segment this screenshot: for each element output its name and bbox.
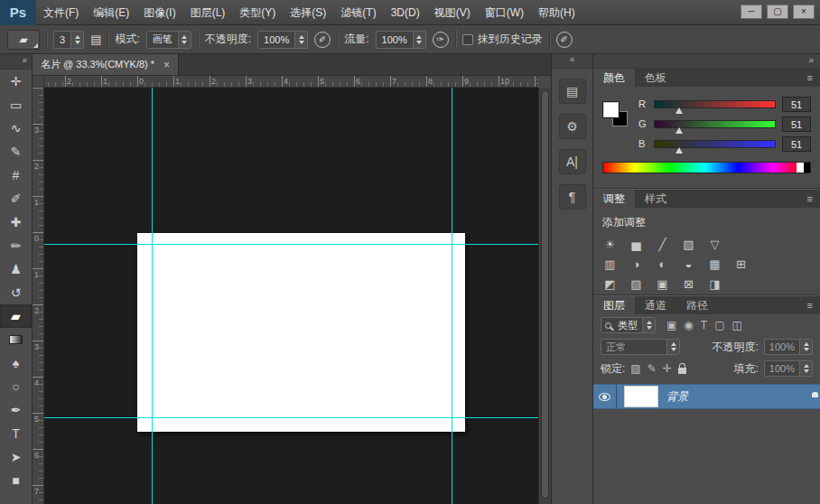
green-value-field[interactable]: 51 bbox=[782, 117, 811, 132]
eraser-tool[interactable]: ▰ bbox=[0, 304, 32, 328]
dropdown-arrows-icon[interactable] bbox=[642, 318, 655, 332]
erase-to-history-checkbox[interactable] bbox=[462, 34, 473, 45]
hue-saturation-icon[interactable]: ▥ bbox=[602, 257, 618, 271]
guide-horizontal-bottom[interactable] bbox=[44, 417, 538, 418]
layer-opacity-dropdown[interactable]: 100% bbox=[764, 339, 813, 355]
brush-tool[interactable]: ✏ bbox=[0, 234, 32, 257]
brightness-contrast-icon[interactable]: ☀ bbox=[602, 238, 618, 251]
lock-image-icon[interactable]: ✎ bbox=[648, 362, 657, 375]
guide-vertical-left[interactable] bbox=[152, 88, 153, 504]
menu-view[interactable]: 视图(V) bbox=[427, 0, 478, 25]
path-selection-tool[interactable]: ➤ bbox=[0, 445, 32, 469]
quick-selection-tool[interactable]: ✎ bbox=[0, 140, 32, 163]
filter-type-layers-icon[interactable]: T bbox=[701, 319, 707, 331]
flow-dropdown[interactable]: 100% bbox=[376, 31, 426, 49]
selective-color-icon[interactable]: ◨ bbox=[707, 277, 722, 291]
photo-filter-icon[interactable]: ◒ bbox=[681, 257, 696, 271]
character-panel-icon[interactable]: A| bbox=[559, 149, 586, 174]
menu-help[interactable]: 帮助(H) bbox=[531, 0, 582, 25]
crop-tool[interactable]: # bbox=[0, 163, 32, 187]
posterize-icon[interactable]: ▨ bbox=[629, 277, 644, 291]
rectangular-marquee-tool[interactable]: ▭ bbox=[0, 93, 32, 117]
slider-handle[interactable] bbox=[676, 127, 683, 134]
foreground-color-swatch[interactable] bbox=[602, 101, 620, 118]
tab-swatches[interactable]: 色板 bbox=[635, 69, 676, 87]
blue-value-field[interactable]: 51 bbox=[782, 136, 811, 152]
mode-dropdown[interactable]: 画笔 bbox=[146, 31, 191, 49]
blue-slider[interactable] bbox=[654, 140, 776, 148]
restore-button[interactable]: ▢ bbox=[767, 5, 788, 19]
dropdown-arrows-icon[interactable] bbox=[70, 32, 83, 48]
color-lookup-icon[interactable]: ⊞ bbox=[733, 257, 749, 271]
menu-file[interactable]: 文件(F) bbox=[36, 0, 86, 25]
tab-close-icon[interactable]: × bbox=[163, 59, 170, 71]
dropdown-arrows-icon[interactable] bbox=[178, 32, 191, 48]
foreground-background-swatches[interactable] bbox=[602, 101, 633, 132]
levels-icon[interactable]: ▅ bbox=[629, 238, 644, 251]
vibrance-icon[interactable]: ▽ bbox=[707, 238, 722, 251]
layer-visibility-toggle[interactable] bbox=[593, 385, 617, 408]
horizontal-ruler[interactable]: 2 1 0 1 2 3 4 5 6 7 8 9 10 11 bbox=[44, 76, 538, 88]
lock-position-icon[interactable]: ✛ bbox=[663, 362, 672, 375]
properties-panel-icon[interactable]: ▤ bbox=[559, 79, 586, 104]
menu-window[interactable]: 窗口(W) bbox=[478, 0, 531, 25]
blur-tool[interactable]: ♠ bbox=[0, 351, 32, 375]
red-value-field[interactable]: 51 bbox=[782, 97, 811, 112]
tab-layers[interactable]: 图层 bbox=[593, 296, 635, 314]
rectangle-tool[interactable]: ■ bbox=[0, 469, 32, 492]
filter-pixel-layers-icon[interactable]: ▣ bbox=[666, 319, 676, 331]
dropdown-arrows-icon[interactable] bbox=[799, 340, 812, 354]
tool-preset-picker[interactable]: ▰ bbox=[7, 30, 40, 50]
menu-edit[interactable]: 编辑(E) bbox=[86, 0, 136, 25]
color-spectrum-bar[interactable] bbox=[602, 162, 811, 173]
layer-thumbnail[interactable] bbox=[624, 386, 658, 407]
layer-filter-dropdown[interactable]: 类型 bbox=[601, 317, 656, 333]
dropdown-arrows-icon[interactable] bbox=[294, 32, 307, 48]
menu-image[interactable]: 图像(I) bbox=[136, 0, 182, 25]
menu-select[interactable]: 选择(S) bbox=[283, 0, 333, 25]
opacity-dropdown[interactable]: 100% bbox=[257, 31, 308, 49]
eyedropper-tool[interactable]: ✐ bbox=[0, 187, 32, 210]
threshold-icon[interactable]: ▣ bbox=[655, 277, 670, 291]
minimize-button[interactable]: ─ bbox=[741, 5, 762, 19]
tab-adjustments[interactable]: 调整 bbox=[593, 190, 635, 208]
pressure-size-icon[interactable]: ✐ bbox=[556, 32, 573, 48]
panels-collapse-icon[interactable]: » bbox=[593, 54, 820, 69]
brush-size-picker[interactable]: 3 bbox=[53, 31, 84, 49]
black-cap[interactable] bbox=[804, 163, 810, 173]
toolbar-collapse-icon[interactable]: » bbox=[0, 54, 32, 70]
white-cap[interactable] bbox=[797, 163, 804, 173]
gradient-map-icon[interactable]: ⊠ bbox=[681, 277, 696, 291]
lock-all-icon[interactable] bbox=[678, 368, 686, 374]
vertical-ruler[interactable]: 3 2 1 0 1 2 3 4 5 6 7 bbox=[33, 88, 44, 504]
layer-row-background[interactable]: 背景 bbox=[593, 384, 820, 409]
color-balance-icon[interactable]: ◑ bbox=[629, 257, 644, 271]
brush-panel-toggle-icon[interactable]: ▤ bbox=[90, 33, 101, 46]
dock-expand-icon[interactable]: « bbox=[552, 54, 592, 69]
guide-vertical-right[interactable] bbox=[452, 88, 452, 504]
paragraph-panel-icon[interactable]: ¶ bbox=[559, 184, 586, 210]
pressure-opacity-icon[interactable]: ✐ bbox=[314, 32, 331, 48]
dodge-tool[interactable]: ○ bbox=[0, 375, 32, 398]
menu-type[interactable]: 类型(Y) bbox=[232, 0, 283, 25]
filter-smart-objects-icon[interactable]: ◫ bbox=[732, 319, 742, 331]
filter-adjustment-layers-icon[interactable]: ◉ bbox=[684, 319, 693, 331]
tab-channels[interactable]: 通道 bbox=[635, 296, 676, 314]
pen-tool[interactable]: ✒ bbox=[0, 398, 32, 422]
tab-styles[interactable]: 样式 bbox=[635, 190, 676, 208]
move-tool[interactable]: ✛ bbox=[0, 70, 32, 93]
panel-menu-icon[interactable]: ≡ bbox=[800, 296, 820, 314]
clone-stamp-tool[interactable]: ♟ bbox=[0, 257, 32, 281]
channel-mixer-icon[interactable]: ▦ bbox=[707, 257, 722, 271]
document-canvas[interactable] bbox=[137, 233, 465, 432]
type-tool[interactable]: T bbox=[0, 422, 32, 445]
dropdown-arrows-icon[interactable] bbox=[666, 340, 679, 354]
filter-shape-layers-icon[interactable]: ▢ bbox=[714, 319, 724, 331]
fill-dropdown[interactable]: 100% bbox=[764, 360, 813, 377]
erase-to-history-option[interactable]: 抹到历史记录 bbox=[462, 32, 543, 47]
red-slider[interactable] bbox=[654, 100, 776, 108]
canvas-area[interactable] bbox=[44, 88, 538, 504]
slider-handle[interactable] bbox=[676, 147, 683, 154]
guide-horizontal-top[interactable] bbox=[44, 244, 538, 245]
menu-filter[interactable]: 滤镜(T) bbox=[333, 0, 383, 25]
